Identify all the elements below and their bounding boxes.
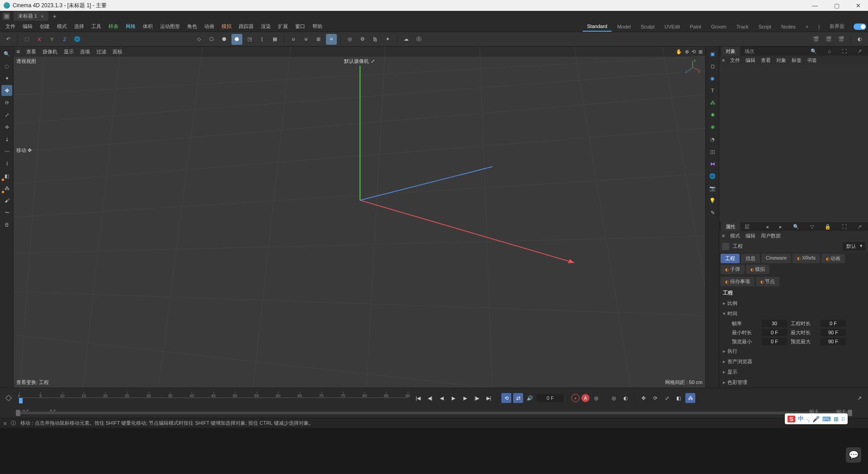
layout-tab-groom[interactable]: Groom xyxy=(707,22,731,31)
loop-button[interactable]: ⟲ xyxy=(501,393,511,403)
menu-渲染[interactable]: 渲染 xyxy=(257,21,274,32)
new-ui-toggle[interactable] xyxy=(854,24,866,30)
menu-跟踪器[interactable]: 跟踪器 xyxy=(235,21,257,32)
menu-体积[interactable]: 体积 xyxy=(139,21,156,32)
axis-z-toggle[interactable]: Z xyxy=(59,34,70,45)
attr-cat-信息[interactable]: 信息 xyxy=(741,254,760,263)
attr-nav-fwd-icon[interactable]: ▸ xyxy=(775,223,787,231)
obj-hamburger-icon[interactable]: ≡ xyxy=(722,57,725,63)
document-tab-close-button[interactable]: × xyxy=(41,14,43,19)
timeline-track[interactable]: 051015202530354045505560657075808590 xyxy=(19,392,408,404)
cube-primitive-button[interactable]: ▣ xyxy=(707,48,718,59)
keyframe-sel-button[interactable]: ◎ xyxy=(591,393,601,403)
attr-menu-edit[interactable]: 编辑 xyxy=(745,232,755,239)
menu-动画[interactable]: 动画 xyxy=(201,21,218,32)
ime-keyboard-icon[interactable]: ⌨ xyxy=(822,416,831,422)
ime-more-icon[interactable]: ⁝⁝ xyxy=(841,416,845,422)
key-mode-3[interactable]: ⤢ xyxy=(662,393,672,403)
attr-nav-back-icon[interactable]: ◂ xyxy=(761,223,773,231)
attr-group-执行[interactable]: 执行 xyxy=(719,346,868,356)
attr-cat-模拟[interactable]: 模拟 xyxy=(746,265,770,274)
menu-样条[interactable]: 样条 xyxy=(105,21,122,32)
file-menu-icon[interactable]: ▤ xyxy=(3,13,10,20)
text-primitive-button[interactable]: T xyxy=(707,85,718,96)
live-select-tool[interactable]: ◌ xyxy=(1,61,12,71)
autokey-button[interactable]: A xyxy=(581,394,590,402)
menu-编辑[interactable]: 编辑 xyxy=(19,21,36,32)
menu-网格[interactable]: 网格 xyxy=(122,21,139,32)
viewport-camera-label[interactable]: 默认摄像机 ⤢ xyxy=(344,58,374,65)
attr-menu-mode[interactable]: 模式 xyxy=(730,232,740,239)
obj-menu-object[interactable]: 对象 xyxy=(776,57,786,64)
add-document-button[interactable]: + xyxy=(53,13,57,20)
attr-field[interactable]: 30 xyxy=(762,320,787,327)
chat-bubble-button[interactable]: 💬 xyxy=(846,447,861,463)
ime-toolbar[interactable]: S 中 ·, 🎤 ⌨ ⊞ ⁝⁝ xyxy=(785,413,848,424)
attr-cat-Cineware[interactable]: Cineware xyxy=(761,254,791,263)
camera-obj-button[interactable]: 📷 xyxy=(707,183,718,194)
scale-tool[interactable]: ⤢ xyxy=(1,109,12,120)
objects-tab[interactable]: 对象 xyxy=(721,47,740,56)
attr-sub-node[interactable]: 节点 xyxy=(756,277,780,286)
brush-tool[interactable]: 〰 xyxy=(1,146,12,157)
viewport[interactable]: ≡ 查看 摄像机 显示 选项 过滤 面板 ✋ ⊕ ⟲ ⊞ xyxy=(14,47,705,388)
window-maximize-button[interactable]: ▢ xyxy=(830,2,843,9)
symmetry-obj-button[interactable]: ⧓ xyxy=(707,158,718,169)
goto-end-button[interactable]: ▶| xyxy=(484,393,494,403)
sound-button[interactable]: 🔊 xyxy=(525,393,535,403)
obj-menu-edit[interactable]: 编辑 xyxy=(745,57,755,64)
layout-tab-script[interactable]: Script xyxy=(754,22,776,31)
render-clap3-button[interactable]: 🎬 xyxy=(836,34,847,45)
sel-mode-2[interactable]: ⬡ xyxy=(206,34,217,45)
attr-field[interactable]: 90 F xyxy=(821,329,846,336)
sketch-tool[interactable]: ᘓ xyxy=(1,219,12,230)
render-view-button[interactable]: ◎ xyxy=(344,34,355,45)
key-mode-1[interactable]: ✥ xyxy=(638,393,648,403)
effector-button[interactable]: ✺ xyxy=(707,109,718,120)
attr-sub-todo[interactable]: 待办事项 xyxy=(721,277,755,286)
layout-tab-paint[interactable]: Paint xyxy=(685,22,706,31)
attr-field[interactable]: 90 F xyxy=(821,338,846,345)
attr-hamburger-icon[interactable]: ≡ xyxy=(722,233,725,238)
menu-文件[interactable]: 文件 xyxy=(2,21,19,32)
layout-new_ui[interactable]: 新界面 xyxy=(825,21,849,32)
attr-group-时间[interactable]: 时间 xyxy=(719,308,868,319)
attr-lock-icon[interactable]: 🔒 xyxy=(820,223,835,231)
status-hamburger-icon[interactable]: ≡ xyxy=(4,421,6,426)
obj-menu-tags[interactable]: 标签 xyxy=(792,57,802,64)
attr-group-色彩管理[interactable]: 色彩管理 xyxy=(719,377,868,388)
paint-tool[interactable]: 🖌 xyxy=(1,195,12,206)
sel-mode-1[interactable]: ◇ xyxy=(193,34,204,45)
light-obj-button[interactable]: 💡 xyxy=(707,195,718,206)
menu-窗口[interactable]: 窗口 xyxy=(292,21,309,32)
ime-lang-button[interactable]: 中 xyxy=(798,415,804,423)
search-tool[interactable]: 🔍 xyxy=(1,48,12,59)
sel-mode-3[interactable]: ⬢ xyxy=(219,34,230,45)
cloner-button[interactable]: ⁂ xyxy=(707,97,718,108)
attr-cat-工程[interactable]: 工程 xyxy=(721,254,740,263)
attr-group-比例[interactable]: 比例 xyxy=(719,298,868,308)
sel-mode-4[interactable]: ⬣ xyxy=(231,34,242,45)
sphere-primitive-button[interactable]: ◉ xyxy=(707,73,718,84)
status-info-icon[interactable]: ⓘ xyxy=(11,420,16,427)
key-pos-button[interactable]: ◎ xyxy=(609,393,619,403)
attr-field[interactable]: 0 F xyxy=(762,338,787,345)
smooth-tool[interactable]: ⌇ xyxy=(1,158,12,169)
snap-grid[interactable]: ⊞ xyxy=(313,34,324,45)
key-rot-button[interactable]: ◐ xyxy=(621,393,631,403)
lasso-tool[interactable]: ✦ xyxy=(1,73,12,84)
key-mode-4[interactable]: ◧ xyxy=(674,393,684,403)
picture-viewer-button[interactable]: ◐ xyxy=(854,34,865,45)
coord-system-button[interactable]: ⬚ xyxy=(21,34,32,45)
ime-mic-icon[interactable]: 🎤 xyxy=(812,416,820,422)
window-minimize-button[interactable]: — xyxy=(808,2,821,9)
plane-primitive-button[interactable]: ◻ xyxy=(707,61,718,71)
menu-帮助[interactable]: 帮助 xyxy=(309,21,326,32)
menu-模式[interactable]: 模式 xyxy=(53,21,71,32)
attr-cat-动画[interactable]: 动画 xyxy=(821,254,845,263)
snap-guide[interactable]: ⌗ xyxy=(326,34,337,45)
menu-创建[interactable]: 创建 xyxy=(36,21,53,32)
environment-button[interactable]: 🌐 xyxy=(707,171,718,181)
generator-button[interactable]: ◫ xyxy=(707,146,718,157)
window-close-button[interactable]: ✕ xyxy=(852,2,864,9)
